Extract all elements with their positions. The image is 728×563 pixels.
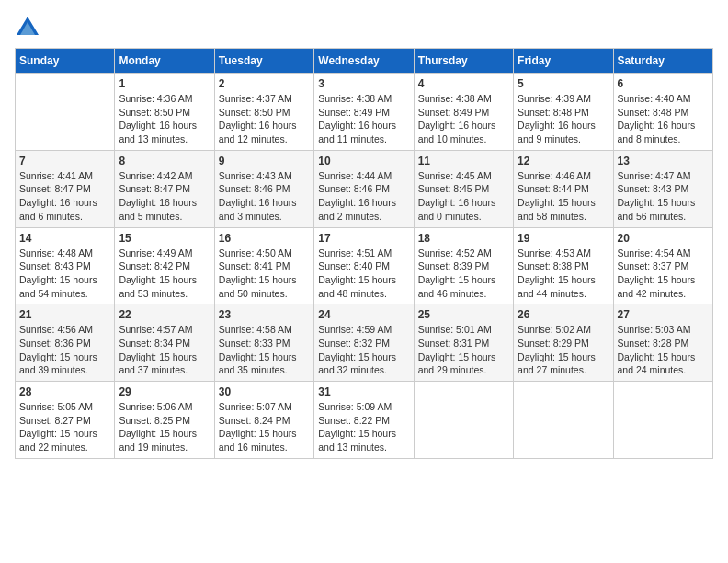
week-row-1: 1Sunrise: 4:36 AMSunset: 8:50 PMDaylight… <box>16 74 713 151</box>
day-number: 9 <box>219 155 310 167</box>
day-cell: 26Sunrise: 5:02 AMSunset: 8:29 PMDayligh… <box>514 304 613 382</box>
day-info: Sunrise: 4:36 AMSunset: 8:50 PMDaylight:… <box>119 92 210 146</box>
day-info: Sunrise: 4:53 AMSunset: 8:38 PMDaylight:… <box>518 247 609 301</box>
day-cell: 13Sunrise: 4:47 AMSunset: 8:43 PMDayligh… <box>613 150 712 227</box>
day-info: Sunrise: 5:06 AMSunset: 8:25 PMDaylight:… <box>119 400 210 454</box>
day-number: 22 <box>119 308 210 321</box>
day-cell: 8Sunrise: 4:42 AMSunset: 8:47 PMDaylight… <box>115 150 214 227</box>
col-header-wednesday: Wednesday <box>314 49 414 74</box>
day-number: 10 <box>318 155 409 167</box>
day-info: Sunrise: 5:02 AMSunset: 8:29 PMDaylight:… <box>518 323 609 377</box>
day-number: 6 <box>618 77 709 90</box>
day-info: Sunrise: 4:41 AMSunset: 8:47 PMDaylight:… <box>19 169 110 224</box>
day-number: 21 <box>19 308 110 321</box>
day-number: 12 <box>518 155 609 167</box>
day-cell <box>16 74 115 151</box>
day-info: Sunrise: 4:48 AMSunset: 8:43 PMDaylight:… <box>19 247 110 301</box>
day-info: Sunrise: 4:54 AMSunset: 8:37 PMDaylight:… <box>618 247 709 301</box>
day-info: Sunrise: 4:57 AMSunset: 8:34 PMDaylight:… <box>119 323 210 377</box>
week-row-5: 28Sunrise: 5:05 AMSunset: 8:27 PMDayligh… <box>16 382 713 459</box>
day-info: Sunrise: 4:46 AMSunset: 8:44 PMDaylight:… <box>518 169 609 224</box>
logo <box>15 15 42 40</box>
day-cell: 29Sunrise: 5:06 AMSunset: 8:25 PMDayligh… <box>115 382 214 459</box>
week-row-2: 7Sunrise: 4:41 AMSunset: 8:47 PMDaylight… <box>16 150 713 227</box>
day-number: 28 <box>19 385 110 398</box>
col-header-saturday: Saturday <box>613 49 712 74</box>
day-cell <box>514 382 613 459</box>
day-number: 25 <box>418 308 509 321</box>
day-info: Sunrise: 5:07 AMSunset: 8:24 PMDaylight:… <box>219 400 310 454</box>
day-cell: 19Sunrise: 4:53 AMSunset: 8:38 PMDayligh… <box>514 227 613 304</box>
day-cell: 6Sunrise: 4:40 AMSunset: 8:48 PMDaylight… <box>613 74 712 151</box>
day-cell: 16Sunrise: 4:50 AMSunset: 8:41 PMDayligh… <box>214 227 313 304</box>
day-info: Sunrise: 4:43 AMSunset: 8:46 PMDaylight:… <box>219 169 310 224</box>
day-cell: 20Sunrise: 4:54 AMSunset: 8:37 PMDayligh… <box>613 227 712 304</box>
day-number: 18 <box>418 232 509 245</box>
day-cell: 28Sunrise: 5:05 AMSunset: 8:27 PMDayligh… <box>16 382 115 459</box>
day-number: 2 <box>219 77 310 90</box>
day-number: 31 <box>318 385 409 398</box>
day-number: 23 <box>219 308 310 321</box>
day-cell: 4Sunrise: 4:38 AMSunset: 8:49 PMDaylight… <box>414 74 513 151</box>
day-number: 20 <box>618 232 709 245</box>
day-number: 19 <box>518 232 609 245</box>
day-number: 16 <box>219 232 310 245</box>
day-cell: 24Sunrise: 4:59 AMSunset: 8:32 PMDayligh… <box>314 304 414 382</box>
col-header-sunday: Sunday <box>16 49 115 74</box>
calendar-table: SundayMondayTuesdayWednesdayThursdayFrid… <box>15 48 713 459</box>
day-info: Sunrise: 4:50 AMSunset: 8:41 PMDaylight:… <box>219 247 310 301</box>
day-info: Sunrise: 4:37 AMSunset: 8:50 PMDaylight:… <box>219 92 310 146</box>
day-cell: 27Sunrise: 5:03 AMSunset: 8:28 PMDayligh… <box>613 304 712 382</box>
col-header-thursday: Thursday <box>414 49 513 74</box>
day-number: 3 <box>318 77 409 90</box>
col-header-friday: Friday <box>514 49 613 74</box>
day-info: Sunrise: 4:45 AMSunset: 8:45 PMDaylight:… <box>418 169 509 224</box>
day-info: Sunrise: 4:39 AMSunset: 8:48 PMDaylight:… <box>518 92 609 146</box>
day-info: Sunrise: 5:01 AMSunset: 8:31 PMDaylight:… <box>418 323 509 377</box>
day-number: 29 <box>119 385 210 398</box>
day-info: Sunrise: 4:51 AMSunset: 8:40 PMDaylight:… <box>318 247 409 301</box>
day-info: Sunrise: 4:42 AMSunset: 8:47 PMDaylight:… <box>119 169 210 224</box>
day-number: 1 <box>119 77 210 90</box>
day-info: Sunrise: 4:49 AMSunset: 8:42 PMDaylight:… <box>119 247 210 301</box>
day-cell: 11Sunrise: 4:45 AMSunset: 8:45 PMDayligh… <box>414 150 513 227</box>
day-info: Sunrise: 4:44 AMSunset: 8:46 PMDaylight:… <box>318 169 409 224</box>
day-info: Sunrise: 5:09 AMSunset: 8:22 PMDaylight:… <box>318 400 409 454</box>
week-row-3: 14Sunrise: 4:48 AMSunset: 8:43 PMDayligh… <box>16 227 713 304</box>
day-cell: 12Sunrise: 4:46 AMSunset: 8:44 PMDayligh… <box>514 150 613 227</box>
day-number: 26 <box>518 308 609 321</box>
day-number: 27 <box>618 308 709 321</box>
page-header <box>15 15 713 40</box>
day-info: Sunrise: 5:05 AMSunset: 8:27 PMDaylight:… <box>19 400 110 454</box>
day-cell: 30Sunrise: 5:07 AMSunset: 8:24 PMDayligh… <box>214 382 313 459</box>
day-number: 11 <box>418 155 509 167</box>
day-cell <box>613 382 712 459</box>
day-number: 7 <box>19 155 110 167</box>
day-cell: 23Sunrise: 4:58 AMSunset: 8:33 PMDayligh… <box>214 304 313 382</box>
day-info: Sunrise: 5:03 AMSunset: 8:28 PMDaylight:… <box>618 323 709 377</box>
day-cell: 3Sunrise: 4:38 AMSunset: 8:49 PMDaylight… <box>314 74 414 151</box>
day-number: 17 <box>318 232 409 245</box>
header-row: SundayMondayTuesdayWednesdayThursdayFrid… <box>16 49 713 74</box>
day-info: Sunrise: 4:38 AMSunset: 8:49 PMDaylight:… <box>418 92 509 146</box>
day-number: 24 <box>318 308 409 321</box>
day-number: 14 <box>19 232 110 245</box>
day-cell: 14Sunrise: 4:48 AMSunset: 8:43 PMDayligh… <box>16 227 115 304</box>
day-number: 4 <box>418 77 509 90</box>
day-cell <box>414 382 513 459</box>
day-cell: 17Sunrise: 4:51 AMSunset: 8:40 PMDayligh… <box>314 227 414 304</box>
day-cell: 22Sunrise: 4:57 AMSunset: 8:34 PMDayligh… <box>115 304 214 382</box>
day-info: Sunrise: 4:38 AMSunset: 8:49 PMDaylight:… <box>318 92 409 146</box>
day-info: Sunrise: 4:59 AMSunset: 8:32 PMDaylight:… <box>318 323 409 377</box>
day-cell: 9Sunrise: 4:43 AMSunset: 8:46 PMDaylight… <box>214 150 313 227</box>
day-info: Sunrise: 4:52 AMSunset: 8:39 PMDaylight:… <box>418 247 509 301</box>
day-cell: 15Sunrise: 4:49 AMSunset: 8:42 PMDayligh… <box>115 227 214 304</box>
day-cell: 21Sunrise: 4:56 AMSunset: 8:36 PMDayligh… <box>16 304 115 382</box>
day-info: Sunrise: 4:47 AMSunset: 8:43 PMDaylight:… <box>618 169 709 224</box>
day-number: 30 <box>219 385 310 398</box>
day-number: 15 <box>119 232 210 245</box>
logo-icon <box>15 15 40 40</box>
day-number: 5 <box>518 77 609 90</box>
day-cell: 2Sunrise: 4:37 AMSunset: 8:50 PMDaylight… <box>214 74 313 151</box>
day-cell: 10Sunrise: 4:44 AMSunset: 8:46 PMDayligh… <box>314 150 414 227</box>
